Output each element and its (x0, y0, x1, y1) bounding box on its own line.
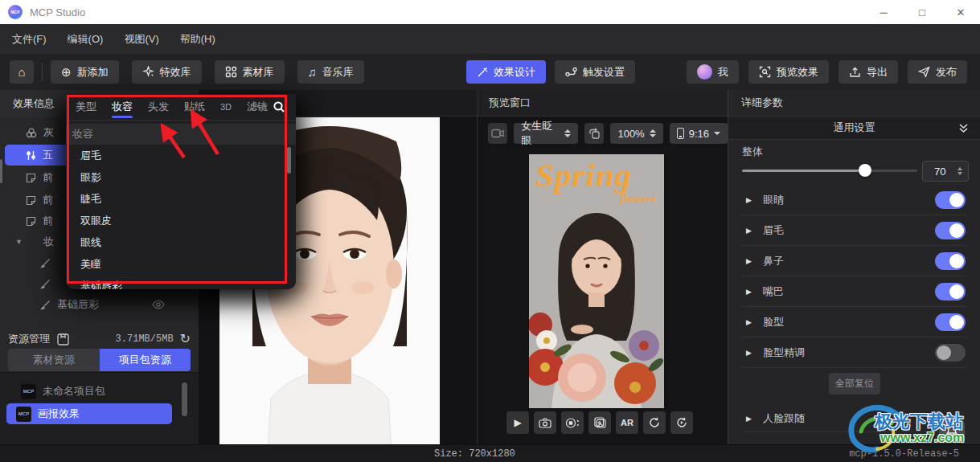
layer-label: 前 (43, 170, 53, 185)
publish-button[interactable]: 发布 (908, 60, 967, 84)
add-button[interactable]: ⊕ 新添加 (51, 60, 119, 84)
toggle-label: 脸型 (763, 315, 784, 329)
spinner-updown-icon[interactable] (957, 167, 962, 175)
tab-beauty-shape[interactable]: 美型 (76, 94, 96, 120)
me-button[interactable]: 我 (687, 60, 739, 84)
assets-library-button[interactable]: 素材库 (215, 60, 285, 84)
ar-button[interactable]: AR (616, 411, 638, 434)
refresh-icon (649, 417, 660, 428)
dropdown-scrollbar[interactable] (287, 147, 291, 174)
dropdown-item-eyeshadow[interactable]: 眼影 (66, 166, 296, 188)
play-button[interactable]: ▶ (506, 411, 529, 434)
rotate-canvas-button[interactable] (584, 123, 604, 144)
general-settings-bar[interactable]: 通用设置 (728, 117, 980, 140)
dropdown-item-eyeliner[interactable]: 眼线 (66, 231, 296, 253)
mouth-toggle[interactable] (935, 283, 966, 301)
tab-sticker[interactable]: 贴纸 (184, 94, 205, 120)
toggle-row-eyes[interactable]: ▶ 眼睛 (741, 185, 967, 215)
notification-bell-button[interactable] (939, 419, 965, 443)
eyes-toggle[interactable] (935, 191, 966, 209)
expand-arrow-icon[interactable]: ▶ (746, 288, 752, 296)
bell-icon (946, 425, 957, 437)
export-button[interactable]: 导出 (839, 60, 898, 84)
slider-thumb[interactable] (859, 164, 871, 177)
aspect-select[interactable]: 9:16 (670, 123, 728, 144)
effect-design-button[interactable]: 效果设计 (466, 60, 546, 84)
tree-item-project-group[interactable]: MCP 未命名项目包 (6, 381, 172, 402)
expand-arrow-icon[interactable]: ▶ (746, 318, 752, 326)
overall-value-input[interactable]: 70 (922, 161, 969, 182)
dropdown-item-base-lipcolor[interactable]: 基础唇彩 (66, 275, 296, 289)
nose-toggle[interactable] (935, 252, 966, 270)
snapshot-button[interactable] (534, 411, 556, 434)
menu-view[interactable]: 视图(V) (124, 32, 158, 47)
trigger-settings-button[interactable]: 触发设置 (555, 60, 635, 84)
publish-label: 发布 (936, 65, 957, 80)
maximize-button[interactable]: □ (903, 0, 941, 24)
tab-3d[interactable]: 3D (220, 94, 232, 120)
left-panel-scrollbar[interactable] (0, 159, 2, 183)
main-toolbar: ⌂ ⊕ 新添加 特效库 素材库 ♫ 音乐库 效果设计 (0, 54, 980, 90)
face-fine-tune-toggle[interactable] (935, 344, 966, 362)
trigger-nodes-icon (565, 67, 577, 77)
collapse-arrow-icon[interactable]: ▼ (15, 238, 23, 246)
toolbar-right-group: 我 预览效果 导出 发布 (687, 60, 967, 84)
menu-help[interactable]: 帮助(H) (180, 32, 215, 47)
project-item-label: 画报效果 (38, 407, 80, 421)
dropdown-item-eyebrows[interactable]: 眉毛 (66, 145, 296, 166)
home-button[interactable]: ⌂ (10, 60, 34, 84)
face-shape-toggle[interactable] (935, 313, 966, 331)
music-library-button[interactable]: ♫ 音乐库 (297, 60, 364, 84)
gallery-button[interactable] (588, 411, 611, 434)
face-follow-row[interactable]: ▶ 人脸跟随 (741, 405, 967, 432)
zoom-select[interactable]: 100% (610, 123, 662, 144)
tab-filter[interactable]: 滤镜 (247, 94, 268, 120)
tab-project-resources[interactable]: 项目包资源 (100, 349, 191, 371)
expand-arrow-icon[interactable]: ▶ (746, 415, 752, 423)
replay-button[interactable] (670, 411, 693, 434)
expand-arrow-icon[interactable]: ▶ (746, 196, 752, 204)
reset-all-button[interactable]: 全部复位 (829, 373, 880, 395)
tree-item-poster-effect-selected[interactable]: MCP 画报效果 (6, 403, 172, 424)
dropdown-item-eyelashes[interactable]: 睫毛 (66, 188, 296, 210)
search-icon[interactable] (273, 100, 285, 113)
overall-slider[interactable] (742, 170, 917, 172)
trigger-settings-label: 触发设置 (583, 65, 625, 80)
refresh-icon[interactable]: ↻ (180, 333, 191, 345)
tab-hair[interactable]: 头发 (148, 94, 169, 120)
record-mode-button[interactable] (561, 411, 584, 434)
toggle-row-face-shape[interactable]: ▶ 脸型 (741, 307, 967, 337)
poster-preview[interactable]: Spring flowers (529, 154, 664, 408)
expand-arrow-icon[interactable]: ▶ (746, 349, 752, 357)
tree-scrollbar[interactable] (182, 382, 187, 416)
record-icon (565, 418, 580, 428)
home-icon: ⌂ (18, 66, 25, 78)
toggle-row-nose[interactable]: ▶ 鼻子 (741, 246, 967, 276)
toggle-label: 鼻子 (763, 254, 784, 268)
expand-arrow-icon[interactable]: ▶ (746, 227, 752, 235)
effect-select[interactable]: 女生眨眼 (514, 123, 578, 144)
expand-arrow-icon[interactable]: ▶ (746, 257, 752, 265)
minimize-button[interactable]: ─ (864, 0, 903, 24)
toggle-row-mouth[interactable]: ▶ 嘴巴 (741, 276, 967, 307)
reset-view-button[interactable] (643, 411, 666, 434)
effects-library-button[interactable]: 特效库 (132, 60, 202, 84)
music-library-label: 音乐库 (322, 65, 354, 80)
eyebrows-toggle[interactable] (935, 222, 966, 239)
dropdown-item-double-eyelid[interactable]: 双眼皮 (66, 210, 296, 231)
double-chevron-down-icon[interactable] (958, 123, 969, 133)
preview-effect-button[interactable]: 预览效果 (748, 60, 829, 84)
menu-edit[interactable]: 编辑(O) (68, 32, 104, 47)
layer-item-base-lipcolor[interactable]: 基础唇彩 (5, 294, 194, 315)
close-button[interactable]: ✕ (941, 0, 980, 24)
toggle-row-face-fine-tune[interactable]: ▶ 脸型精调 (741, 337, 967, 368)
toggle-row-eyebrows[interactable]: ▶ 眉毛 (741, 215, 967, 246)
mcp-badge-icon: MCP (16, 407, 31, 422)
menu-file[interactable]: 文件(F) (12, 32, 47, 47)
tab-makeup[interactable]: 妆容 (112, 94, 133, 120)
package-icon[interactable] (56, 333, 70, 346)
visibility-eye-icon[interactable] (152, 300, 165, 309)
dropdown-item-contact-lens[interactable]: 美瞳 (66, 253, 296, 275)
camera-toggle-button[interactable] (488, 123, 507, 144)
tab-material-resources[interactable]: 素材资源 (8, 349, 100, 371)
